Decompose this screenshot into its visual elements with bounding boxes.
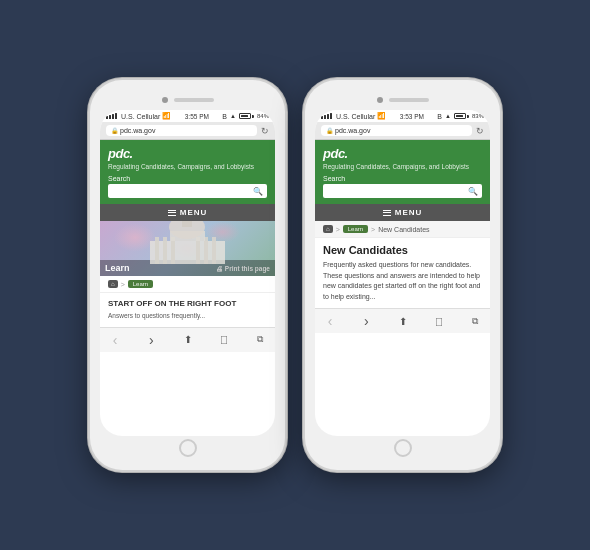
learn-link-2[interactable]: Learn [343, 225, 368, 233]
reload-icon-1[interactable]: ↻ [261, 126, 269, 136]
search-icon-1[interactable]: 🔍 [253, 187, 263, 196]
battery-bar-1 [239, 113, 254, 119]
search-bar-1[interactable]: 🔍 [108, 184, 267, 198]
search-input-1[interactable] [112, 186, 251, 196]
bookmark-button-1[interactable]: ⎕ [215, 334, 233, 345]
back-button-1[interactable]: ‹ [106, 332, 124, 348]
hline-1c [168, 215, 176, 216]
bluetooth-icon-1: B [222, 113, 227, 120]
lock-icon-1: 🔒 [111, 127, 118, 134]
wifi-icon-2: 📶 [377, 112, 386, 120]
hamburger-icon-1 [168, 210, 176, 216]
phone-top-bar-1 [100, 90, 275, 110]
sep-2b: > [371, 226, 375, 233]
phone-top-bar-2 [315, 90, 490, 110]
carrier-2: U.S. Cellular [336, 113, 375, 120]
home-icon-2[interactable]: ⌂ [323, 225, 333, 233]
battery-tip-2 [467, 115, 469, 118]
lock-icon-2: 🔒 [326, 127, 333, 134]
svg-rect-10 [182, 221, 192, 227]
search-input-2[interactable] [327, 186, 466, 196]
url-bar-2[interactable]: 🔒 pdc.wa.gov [321, 125, 472, 136]
page2-text: Frequently asked questions for new candi… [323, 260, 482, 302]
search-icon-2[interactable]: 🔍 [468, 187, 478, 196]
forward-button-1[interactable]: › [142, 332, 160, 348]
share-button-1[interactable]: ⬆ [179, 334, 197, 345]
svg-rect-4 [171, 237, 175, 264]
browser-bar-1: 🔒 pdc.wa.gov ↻ [100, 122, 275, 140]
page2-heading: New Candidates [323, 244, 482, 256]
signal-1 [106, 113, 117, 119]
status-left-1: U.S. Cellular 📶 [106, 112, 171, 120]
home-button-1[interactable] [179, 439, 197, 457]
battery-bar-2 [454, 113, 469, 119]
tabs-button-2[interactable]: ⧉ [466, 316, 484, 327]
learn-badge-1[interactable]: Learn [128, 280, 153, 288]
svg-rect-7 [212, 237, 216, 264]
content-heading-1: START OFF ON THE RIGHT FOOT [108, 299, 267, 308]
phone-bottom-bar-1 [100, 436, 275, 460]
hamburger-icon-2 [383, 210, 391, 216]
battery-icon-1 [239, 113, 251, 119]
status-bar-2: U.S. Cellular 📶 3:53 PM B ▲ 83% [315, 110, 490, 122]
url-bar-1[interactable]: 🔒 pdc.wa.gov [106, 125, 257, 136]
camera-2 [377, 97, 383, 103]
svg-rect-6 [204, 237, 208, 264]
status-left-2: U.S. Cellular 📶 [321, 112, 386, 120]
battery-pct-2: 83% [472, 113, 484, 119]
site-header-1: pdc. Regulating Candidates, Campaigns, a… [100, 140, 275, 204]
battery-tip-1 [252, 115, 254, 118]
carrier-1: U.S. Cellular [121, 113, 160, 120]
bluetooth-icon-2: B [437, 113, 442, 120]
time-1: 3:55 PM [185, 113, 209, 120]
capitol-svg-1 [100, 221, 275, 264]
content-body-1: START OFF ON THE RIGHT FOOT Answers to q… [100, 293, 275, 326]
hline-2c [383, 215, 391, 216]
logo-text-2: pdc. [323, 146, 348, 161]
breadcrumb-1: ⌂ > Learn [100, 276, 275, 293]
browser-nav-2: ‹ › ⬆ ⎕ ⧉ [315, 308, 490, 333]
forward-button-2[interactable]: › [357, 313, 375, 329]
browser-bar-2: 🔒 pdc.wa.gov ↻ [315, 122, 490, 140]
menu-bar-1[interactable]: MENU [100, 204, 275, 221]
back-button-2[interactable]: ‹ [321, 313, 339, 329]
sep-2a: > [336, 226, 340, 233]
phone-bottom-bar-2 [315, 436, 490, 460]
phones-container: U.S. Cellular 📶 3:55 PM B ▲ 84% [90, 80, 500, 470]
menu-text-2[interactable]: MENU [395, 208, 423, 217]
logo-text-1: pdc. [108, 146, 133, 161]
bookmark-button-2[interactable]: ⎕ [430, 316, 448, 327]
url-text-1: pdc.wa.gov [120, 127, 155, 134]
time-2: 3:53 PM [400, 113, 424, 120]
speaker-2 [389, 98, 429, 102]
search-bar-2[interactable]: 🔍 [323, 184, 482, 198]
bt-signal-2: ▲ [445, 113, 451, 119]
phone-screen-2: U.S. Cellular 📶 3:53 PM B ▲ 83% [315, 110, 490, 436]
phone-screen-1: U.S. Cellular 📶 3:55 PM B ▲ 84% [100, 110, 275, 436]
home-button-2[interactable] [394, 439, 412, 457]
browser-nav-1: ‹ › ⬆ ⎕ ⧉ [100, 327, 275, 352]
svg-rect-5 [196, 237, 200, 264]
share-button-2[interactable]: ⬆ [394, 316, 412, 327]
menu-text-1[interactable]: MENU [180, 208, 208, 217]
status-right-2: B ▲ 83% [437, 113, 484, 120]
tabs-button-1[interactable]: ⧉ [251, 334, 269, 345]
bt-signal-1: ▲ [230, 113, 236, 119]
battery-pct-1: 84% [257, 113, 269, 119]
menu-bar-2[interactable]: MENU [315, 204, 490, 221]
svg-rect-3 [163, 237, 167, 264]
url-text-2: pdc.wa.gov [335, 127, 370, 134]
pdc-logo-1: pdc. [108, 146, 267, 161]
phone-2: U.S. Cellular 📶 3:53 PM B ▲ 83% [305, 80, 500, 470]
battery-icon-2 [454, 113, 466, 119]
site-tagline-2: Regulating Candidates, Campaigns, and Lo… [323, 163, 482, 171]
search-label-1: Search [108, 175, 267, 182]
home-icon-1[interactable]: ⌂ [108, 280, 118, 288]
reload-icon-2[interactable]: ↻ [476, 126, 484, 136]
search-label-2: Search [323, 175, 482, 182]
wifi-icon-1: 📶 [162, 112, 171, 120]
phone-1: U.S. Cellular 📶 3:55 PM B ▲ 84% [90, 80, 285, 470]
hline-1b [168, 212, 176, 213]
breadcrumb-2: ⌂ > Learn > New Candidates [315, 221, 490, 238]
camera-1 [162, 97, 168, 103]
